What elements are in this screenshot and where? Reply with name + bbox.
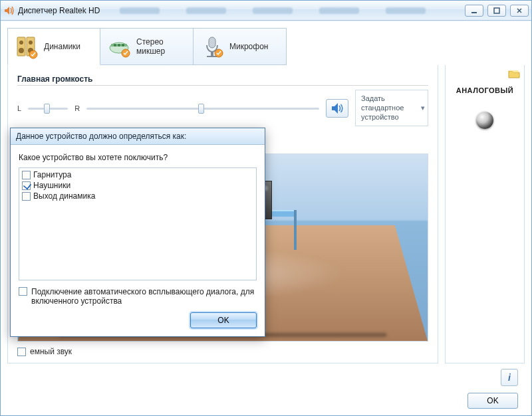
balance-slider[interactable] bbox=[28, 102, 68, 114]
chevron-down-icon: ▾ bbox=[421, 104, 425, 113]
speaker-icon bbox=[3, 5, 14, 16]
tab-stereo-mix[interactable]: Стерео микшер bbox=[100, 28, 194, 65]
svg-rect-1 bbox=[494, 8, 499, 13]
auto-popup-label: Подключение автоматического всплывающего… bbox=[31, 287, 257, 306]
close-button[interactable] bbox=[510, 5, 529, 17]
svg-point-5 bbox=[29, 41, 33, 45]
option-label: Наушники bbox=[33, 180, 70, 191]
info-button[interactable]: i bbox=[501, 369, 518, 386]
background-blur bbox=[100, 7, 465, 14]
window-title: Диспетчер Realtek HD bbox=[18, 6, 100, 15]
client-area: Динамики Стерео микшер Микрофон Главная … bbox=[1, 21, 531, 415]
audio-jack[interactable] bbox=[476, 112, 493, 129]
option-headphones[interactable]: Наушники bbox=[21, 180, 255, 191]
speakers-icon bbox=[13, 33, 40, 60]
svg-point-12 bbox=[118, 44, 120, 47]
svg-rect-0 bbox=[471, 12, 477, 13]
device-option-list: Гарнитура Наушники Выход динамика bbox=[19, 167, 257, 280]
dialog-title[interactable]: Данное устройство должно определяться ка… bbox=[11, 128, 265, 145]
dialog-ok-button[interactable]: OK bbox=[190, 312, 257, 328]
mixer-icon bbox=[106, 33, 132, 60]
tab-microphone[interactable]: Микрофон bbox=[194, 28, 287, 65]
checkbox[interactable] bbox=[22, 192, 31, 201]
tab-label: Микрофон bbox=[229, 42, 268, 51]
device-tabs: Динамики Стерео микшер Микрофон bbox=[7, 28, 525, 65]
minimize-button[interactable] bbox=[465, 5, 483, 17]
option-label: Выход динамика bbox=[33, 191, 95, 201]
default-device-dropdown[interactable]: Задать стандартное устройство ▾ bbox=[355, 90, 428, 126]
titlebar[interactable]: Диспетчер Realtek HD bbox=[1, 1, 531, 21]
main-volume-slider[interactable] bbox=[86, 102, 319, 114]
analog-panel: АНАЛОГОВЫЙ bbox=[445, 65, 525, 364]
ok-button[interactable]: OK bbox=[467, 393, 518, 409]
mute-button[interactable] bbox=[326, 99, 348, 118]
tab-label: Стерео микшер bbox=[136, 37, 188, 56]
analog-title: АНАЛОГОВЫЙ bbox=[451, 86, 519, 94]
checkbox[interactable] bbox=[22, 171, 31, 179]
svg-point-4 bbox=[19, 41, 23, 45]
checkbox[interactable] bbox=[22, 181, 31, 190]
balance-l-label: L bbox=[17, 104, 21, 112]
folder-icon[interactable] bbox=[508, 69, 520, 78]
info-icon: i bbox=[508, 372, 511, 383]
surround-label: емный звук bbox=[30, 347, 72, 356]
svg-point-11 bbox=[114, 44, 116, 47]
dialog-ok-label: OK bbox=[217, 316, 229, 325]
ok-label: OK bbox=[487, 396, 498, 405]
maximize-button[interactable] bbox=[487, 5, 506, 17]
dialog-question: Какое устройство вы хотете поключить? bbox=[19, 153, 257, 162]
microphone-icon bbox=[199, 33, 225, 60]
device-detect-dialog: Данное устройство должно определяться ка… bbox=[10, 128, 265, 337]
option-label: Гарнитура bbox=[33, 169, 71, 180]
footer: i bbox=[7, 364, 525, 393]
auto-popup-checkbox[interactable] bbox=[19, 287, 27, 296]
svg-rect-15 bbox=[209, 37, 215, 48]
sound-icon bbox=[331, 102, 344, 114]
volume-section-title: Главная громкость bbox=[17, 74, 428, 84]
balance-r-label: R bbox=[74, 104, 80, 112]
surround-checkbox[interactable] bbox=[17, 348, 26, 356]
option-speaker-out[interactable]: Выход динамика bbox=[21, 191, 255, 201]
svg-rect-16 bbox=[211, 52, 213, 56]
svg-point-13 bbox=[122, 44, 124, 47]
tab-speakers[interactable]: Динамики bbox=[7, 28, 100, 65]
default-device-label: Задать стандартное устройство bbox=[361, 94, 404, 121]
svg-point-6 bbox=[19, 48, 24, 53]
option-headset[interactable]: Гарнитура bbox=[21, 169, 255, 180]
app-window: Диспетчер Realtek HD Динамики bbox=[0, 0, 532, 416]
tab-label: Динамики bbox=[44, 42, 80, 51]
